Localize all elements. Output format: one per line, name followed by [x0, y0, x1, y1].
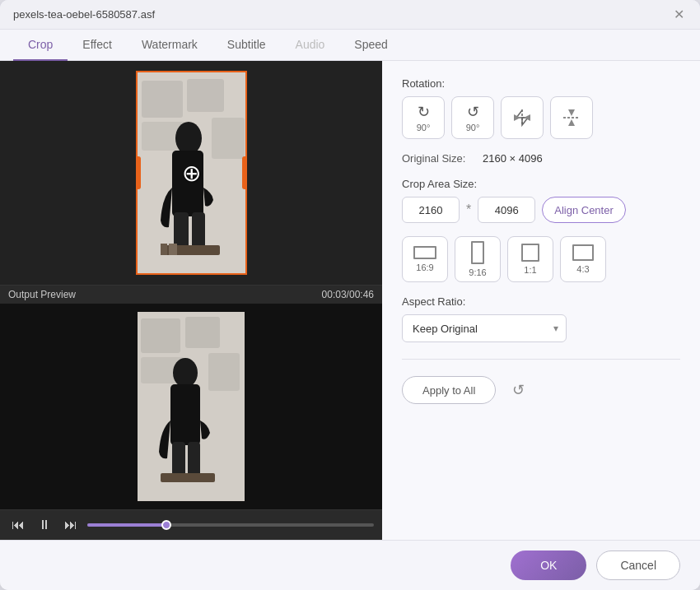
- reset-icon: ↺: [512, 381, 525, 399]
- progress-fill: [87, 523, 167, 527]
- output-preview-label: Output Preview: [8, 289, 76, 300]
- svg-rect-11: [161, 244, 167, 255]
- ratio-1-1-icon: [521, 244, 539, 262]
- svg-marker-26: [524, 114, 530, 121]
- output-frame-image: [138, 312, 245, 501]
- crop-size-sep: *: [466, 202, 471, 217]
- svg-rect-3: [187, 79, 224, 112]
- ratio-9-16-icon: [471, 241, 484, 264]
- progress-thumb[interactable]: [161, 520, 171, 530]
- tab-subtitle[interactable]: Subtitle: [212, 30, 281, 61]
- svg-rect-23: [161, 473, 215, 482]
- output-video-frame: [138, 312, 245, 501]
- flip-h-icon: [512, 108, 532, 128]
- main-content: ⊕ Output Preview 00:03/00:46: [0, 61, 700, 540]
- svg-rect-4: [212, 118, 245, 159]
- apply-to-all-button[interactable]: Apply to All: [402, 376, 496, 404]
- rotation-buttons: ↻ 90° ↺ 90°: [402, 96, 680, 139]
- rotate-cw-button[interactable]: ↻ 90°: [402, 96, 445, 139]
- crop-handle-right[interactable]: [242, 156, 247, 189]
- tab-crop[interactable]: Crop: [13, 30, 68, 61]
- svg-rect-17: [208, 353, 240, 391]
- rotate-ccw-button[interactable]: ↺ 90°: [451, 96, 494, 139]
- svg-point-6: [175, 122, 202, 155]
- ratio-4-3-button[interactable]: 4:3: [560, 236, 606, 282]
- settings-panel: Rotation: ↻ 90° ↺ 90°: [382, 61, 700, 540]
- dialog-window: pexels-tea-oebel-6580587.asf ✕ Crop Effe…: [0, 0, 700, 590]
- reset-button[interactable]: ↺: [506, 378, 530, 402]
- tab-audio: Audio: [281, 30, 340, 61]
- ratio-16-9-button[interactable]: 16:9: [402, 236, 448, 282]
- tab-bar: Crop Effect Watermark Subtitle Audio Spe…: [0, 30, 700, 61]
- crop-area-label: Crop Area Size:: [402, 178, 680, 190]
- tab-watermark[interactable]: Watermark: [127, 30, 212, 61]
- cancel-button[interactable]: Cancel: [596, 551, 680, 580]
- ratio-9-16-label: 9:16: [469, 267, 486, 277]
- svg-rect-12: [169, 244, 177, 255]
- flip-v-icon: [562, 108, 581, 128]
- rotate-cw-icon: ↻: [418, 103, 430, 121]
- rotate-cw-label: 90°: [417, 123, 431, 132]
- ok-button[interactable]: OK: [511, 551, 586, 580]
- svg-marker-25: [514, 114, 520, 121]
- ratio-16-9-icon: [413, 246, 436, 259]
- output-preview-bar: Output Preview 00:03/00:46: [0, 285, 382, 304]
- svg-rect-15: [141, 318, 180, 353]
- prev-button[interactable]: ⏮: [8, 515, 28, 535]
- original-size-value: 2160 × 4096: [483, 152, 543, 165]
- flip-horizontal-button[interactable]: [501, 96, 544, 139]
- ratio-16-9-label: 16:9: [416, 262, 433, 272]
- original-size-section: Original Size: 2160 × 4096: [402, 152, 680, 165]
- ratio-4-3-label: 4:3: [576, 264, 589, 274]
- progress-bar[interactable]: [87, 523, 374, 527]
- output-preview: [0, 304, 382, 509]
- aspect-ratio-presets: 16:9 9:16 1:1: [402, 236, 680, 282]
- original-size-label: Original Size:: [402, 152, 476, 165]
- apply-row: Apply to All ↺: [402, 376, 680, 404]
- time-display: 00:03/00:46: [322, 289, 374, 300]
- crop-size-row: * Align Center: [402, 197, 680, 223]
- tab-effect[interactable]: Effect: [68, 30, 127, 61]
- footer: OK Cancel: [0, 540, 700, 590]
- aspect-select-wrapper: Keep Original 16:9 9:16 1:1 4:3 Custom ▾: [402, 314, 567, 342]
- rotation-section: Rotation: ↻ 90° ↺ 90°: [402, 77, 680, 139]
- rotation-label: Rotation:: [402, 77, 680, 90]
- video-panel: ⊕ Output Preview 00:03/00:46: [0, 61, 382, 540]
- crop-frame[interactable]: ⊕: [136, 71, 247, 275]
- playback-controls: ⏮ ⏸ ⏭: [0, 509, 382, 540]
- crop-handle-left[interactable]: [136, 156, 141, 189]
- svg-rect-2: [142, 81, 183, 118]
- crop-width-input[interactable]: [402, 197, 460, 223]
- next-button[interactable]: ⏭: [61, 515, 81, 535]
- pause-button[interactable]: ⏸: [35, 515, 54, 535]
- input-preview: ⊕: [0, 61, 382, 285]
- move-cursor-icon: ⊕: [182, 160, 201, 187]
- close-button[interactable]: ✕: [670, 7, 687, 23]
- align-center-button[interactable]: Align Center: [542, 197, 626, 223]
- crop-height-input[interactable]: [478, 197, 535, 223]
- ratio-1-1-button[interactable]: 1:1: [507, 236, 553, 282]
- dialog-title: pexels-tea-oebel-6580587.asf: [13, 8, 155, 21]
- rotate-ccw-label: 90°: [466, 123, 480, 132]
- svg-point-19: [173, 358, 198, 388]
- rotate-ccw-icon: ↺: [467, 103, 479, 121]
- aspect-ratio-label: Aspect Ratio:: [402, 295, 680, 308]
- ratio-9-16-button[interactable]: 9:16: [455, 236, 501, 282]
- ratio-1-1-label: 1:1: [524, 265, 536, 275]
- svg-rect-16: [185, 317, 220, 348]
- aspect-ratio-select[interactable]: Keep Original 16:9 9:16 1:1 4:3 Custom: [402, 314, 567, 342]
- title-bar: pexels-tea-oebel-6580587.asf ✕: [0, 0, 700, 30]
- ratio-4-3-icon: [572, 244, 594, 261]
- svg-marker-28: [568, 109, 575, 116]
- crop-area-section: Crop Area Size: * Align Center: [402, 178, 680, 223]
- svg-rect-20: [170, 384, 200, 445]
- aspect-ratio-section: Aspect Ratio: Keep Original 16:9 9:16 1:…: [402, 295, 680, 342]
- svg-marker-29: [568, 119, 575, 126]
- divider: [402, 359, 680, 360]
- flip-vertical-button[interactable]: [550, 96, 593, 139]
- tab-speed[interactable]: Speed: [339, 30, 402, 61]
